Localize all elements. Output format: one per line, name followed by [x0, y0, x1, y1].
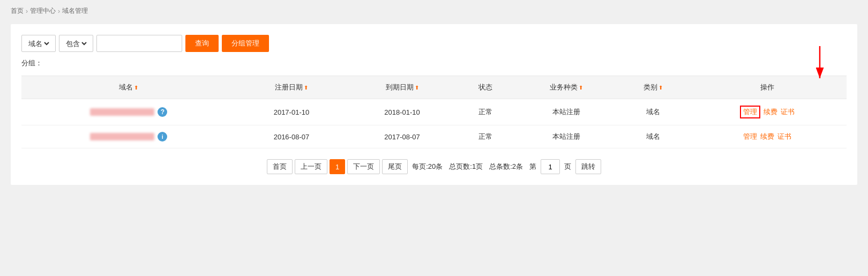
col-header-category: 类别⬆	[618, 76, 688, 99]
col-header-regdate: 注册日期⬆	[236, 76, 347, 99]
reg-date-2: 2016-08-07	[236, 125, 347, 148]
page-last-btn[interactable]: 尾页	[382, 159, 408, 174]
table-row: ? 2017-01-10 2018-01-10 正常 本站注册 域名 管理	[21, 99, 847, 125]
action-manage-1[interactable]: 管理	[743, 108, 757, 116]
filter-type-dropdown[interactable]: 域名	[26, 39, 51, 48]
info-icon-2[interactable]: i	[158, 132, 167, 141]
status-2: 正常	[458, 125, 514, 148]
page-next-btn[interactable]: 下一页	[347, 159, 380, 174]
total-records-info: 总条数:2条	[489, 162, 523, 171]
group-label: 分组：	[21, 58, 847, 68]
biztype-1: 本站注册	[514, 99, 618, 125]
actions-2: 管理 续费 证书	[688, 125, 847, 148]
toolbar: 域名 包含 查询 分组管理	[21, 35, 847, 52]
exp-date-1: 2018-01-10	[347, 99, 458, 125]
status-1: 正常	[458, 99, 514, 125]
sort-icon-regdate: ⬆	[304, 85, 308, 91]
search-input[interactable]	[96, 35, 182, 52]
filter-type-select[interactable]: 域名	[21, 35, 56, 52]
breadcrumb-home[interactable]: 首页	[11, 6, 24, 16]
table-row: i 2016-08-07 2017-08-07 正常 本站注册 域名 管理 续费	[21, 125, 847, 148]
pagination: 首页 上一页 1 下一页 尾页 每页:20条 总页数:1页 总条数:2条 第 页…	[21, 159, 847, 174]
breadcrumb-sep2: ›	[58, 8, 60, 15]
col-header-domain: 域名⬆	[21, 76, 236, 99]
table-wrapper: 域名⬆ 注册日期⬆ 到期日期⬆ 状态 业务种类⬆	[21, 76, 847, 148]
action-cert-1[interactable]: 证书	[781, 107, 795, 117]
filter-contain-select[interactable]: 包含	[59, 35, 93, 52]
main-content: 域名 包含 查询 分组管理 分组：	[11, 24, 857, 185]
action-manage-2[interactable]: 管理	[743, 132, 757, 141]
table-header-row: 域名⬆ 注册日期⬆ 到期日期⬆ 状态 业务种类⬆	[21, 76, 847, 99]
page-label: 第	[529, 162, 536, 171]
domain-cell-2: i	[21, 125, 236, 148]
page-prev-btn[interactable]: 上一页	[295, 159, 327, 174]
page-jump-btn[interactable]: 跳转	[575, 159, 601, 174]
col-header-status: 状态	[458, 76, 514, 99]
biztype-2: 本站注册	[514, 125, 618, 148]
breadcrumb: 首页 › 管理中心 › 域名管理	[11, 6, 857, 16]
page-first-btn[interactable]: 首页	[267, 159, 293, 174]
page-current-btn[interactable]: 1	[330, 159, 345, 174]
sort-icon-expdate: ⬆	[415, 85, 419, 91]
page-unit: 页	[564, 162, 571, 171]
domain-table: 域名⬆ 注册日期⬆ 到期日期⬆ 状态 业务种类⬆	[21, 76, 847, 148]
action-renew-2[interactable]: 续费	[760, 132, 774, 141]
col-header-action: 操作	[688, 76, 847, 99]
query-button[interactable]: 查询	[185, 35, 219, 52]
page-jump-input[interactable]	[541, 159, 560, 174]
sort-icon-category: ⬆	[659, 85, 663, 91]
sort-icon-biztype: ⬆	[579, 85, 583, 91]
total-pages-info: 总页数:1页	[449, 162, 483, 171]
col-header-biztype: 业务种类⬆	[514, 76, 618, 99]
breadcrumb-sep1: ›	[26, 8, 28, 15]
action-cert-2[interactable]: 证书	[777, 132, 791, 141]
domain-name-blur-2	[90, 133, 154, 140]
category-1: 域名	[618, 99, 688, 125]
reg-date-1: 2017-01-10	[236, 99, 347, 125]
exp-date-2: 2017-08-07	[347, 125, 458, 148]
filter-contain-dropdown[interactable]: 包含	[64, 39, 88, 48]
group-manage-button[interactable]: 分组管理	[222, 35, 269, 52]
breadcrumb-current: 域名管理	[62, 6, 88, 16]
per-page-info: 每页:20条	[412, 162, 443, 171]
domain-name-blur-1	[90, 108, 154, 116]
action-renew-1[interactable]: 续费	[764, 107, 777, 117]
breadcrumb-admin[interactable]: 管理中心	[30, 6, 56, 16]
question-icon-1[interactable]: ?	[158, 107, 167, 117]
category-2: 域名	[618, 125, 688, 148]
actions-1: 管理 续费 证书	[688, 99, 847, 125]
domain-cell-1: ?	[21, 99, 236, 125]
page-wrapper: 首页 › 管理中心 › 域名管理 域名 包含 查询 分组管理 分组：	[0, 0, 868, 276]
sort-icon-domain: ⬆	[134, 85, 138, 91]
col-header-expdate: 到期日期⬆	[347, 76, 458, 99]
